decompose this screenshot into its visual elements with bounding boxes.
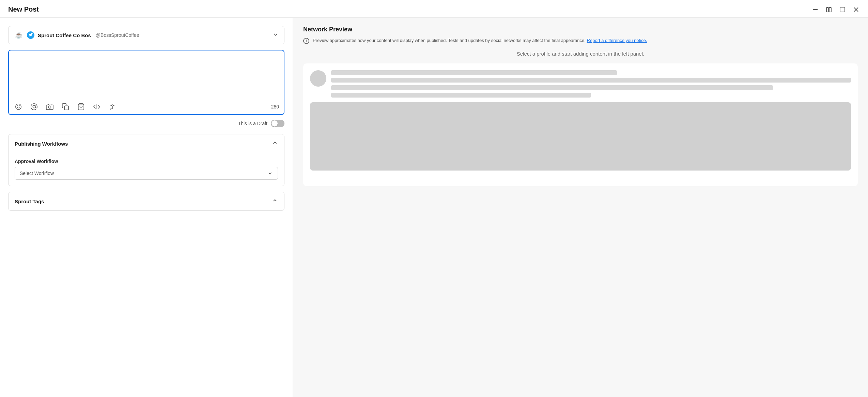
- expand-icon[interactable]: [825, 6, 833, 13]
- svg-point-14: [112, 104, 113, 105]
- emoji-icon[interactable]: [14, 102, 23, 112]
- maximize-icon[interactable]: [839, 6, 846, 13]
- modal-body: ☕ Sprout Coffee Co Bos @BossSproutCoffee: [0, 18, 868, 397]
- sprout-tags-section: Sprout Tags: [8, 192, 284, 211]
- close-icon[interactable]: [852, 6, 860, 13]
- select-workflow-placeholder: Select Workflow: [20, 171, 54, 176]
- modal-header: New Post: [0, 0, 868, 18]
- mock-line-4: [331, 93, 591, 98]
- profile-chevron-icon: [273, 31, 279, 39]
- network-preview-title: Network Preview: [303, 26, 858, 33]
- profile-selector[interactable]: ☕ Sprout Coffee Co Bos @BossSproutCoffee: [8, 26, 284, 44]
- svg-rect-3: [840, 7, 845, 12]
- compose-textarea[interactable]: [14, 55, 279, 96]
- modal: New Post: [0, 0, 868, 397]
- svg-point-6: [16, 104, 21, 110]
- variable-icon[interactable]: [92, 102, 102, 112]
- sprout-tags-chevron-icon: [272, 197, 278, 205]
- product-icon[interactable]: [76, 102, 86, 112]
- draft-label: This is a Draft: [238, 121, 267, 126]
- toolbar: 280: [14, 99, 279, 112]
- mock-line-3: [331, 85, 773, 90]
- draft-toggle-row: This is a Draft: [8, 120, 284, 127]
- draft-toggle[interactable]: [271, 120, 284, 127]
- compose-area: 280: [8, 50, 284, 115]
- mock-line-2: [331, 78, 851, 83]
- sprout-tags-header[interactable]: Sprout Tags: [9, 192, 284, 210]
- publishing-workflows-section: Publishing Workflows Approval Workflow S…: [8, 134, 284, 186]
- mock-lines: [331, 70, 851, 98]
- coffee-icon: ☕: [14, 30, 24, 40]
- toggle-knob: [272, 120, 278, 127]
- left-panel: ☕ Sprout Coffee Co Bos @BossSproutCoffee: [0, 18, 293, 397]
- sprout-tags-title: Sprout Tags: [15, 198, 44, 204]
- mock-top: [310, 70, 851, 98]
- profile-name: Sprout Coffee Co Bos: [38, 32, 91, 38]
- select-workflow-dropdown[interactable]: Select Workflow: [15, 167, 278, 180]
- svg-rect-2: [829, 8, 831, 12]
- approval-workflow-label: Approval Workflow: [15, 159, 278, 164]
- preview-mockup: [303, 63, 858, 186]
- preview-placeholder-text: Select a profile and start adding conten…: [303, 51, 858, 57]
- publishing-workflows-chevron-icon: [272, 140, 278, 147]
- svg-point-9: [33, 105, 35, 108]
- accessibility-icon[interactable]: [108, 102, 117, 112]
- preview-info-text: Preview approximates how your content wi…: [313, 37, 647, 44]
- preview-info: i Preview approximates how your content …: [303, 37, 858, 44]
- header-controls: [811, 6, 860, 13]
- publishing-workflows-body: Approval Workflow Select Workflow: [9, 153, 284, 186]
- publishing-workflows-header[interactable]: Publishing Workflows: [9, 134, 284, 153]
- publishing-workflows-title: Publishing Workflows: [15, 141, 68, 147]
- twitter-icon: [27, 31, 34, 39]
- camera-icon[interactable]: [45, 102, 55, 112]
- report-difference-link[interactable]: Report a difference you notice.: [587, 38, 647, 43]
- profile-handle: @BossSproutCoffee: [96, 32, 139, 38]
- duplicate-icon[interactable]: [61, 102, 70, 112]
- minimize-icon[interactable]: [811, 6, 819, 13]
- mock-line-1: [331, 70, 617, 75]
- svg-rect-11: [64, 106, 68, 110]
- modal-title: New Post: [8, 5, 39, 13]
- mock-image: [310, 102, 851, 171]
- info-icon: i: [303, 38, 309, 44]
- char-count: 280: [271, 104, 279, 109]
- mock-avatar: [310, 70, 326, 87]
- mention-icon[interactable]: [29, 102, 39, 112]
- profile-left: ☕ Sprout Coffee Co Bos @BossSproutCoffee: [14, 30, 139, 40]
- svg-rect-1: [826, 8, 828, 12]
- right-panel: Network Preview i Preview approximates h…: [293, 18, 868, 397]
- svg-point-10: [48, 106, 51, 108]
